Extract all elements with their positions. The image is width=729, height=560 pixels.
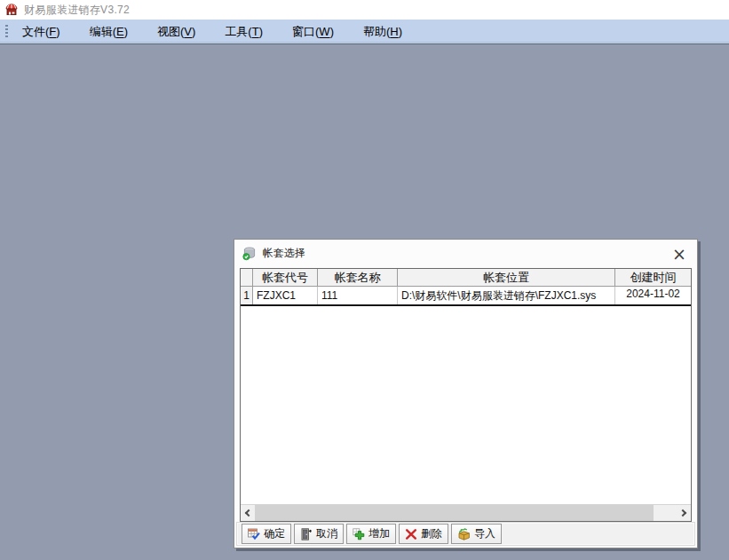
app-shop-icon [4, 3, 19, 17]
toolbar-grip-handle[interactable] [5, 25, 8, 38]
import-button[interactable]: 导入 [451, 524, 502, 544]
green-plus-icon [353, 528, 365, 540]
menu-tools[interactable]: 工具(T) [216, 21, 272, 43]
horizontal-scrollbar [241, 504, 691, 521]
delete-button-label: 删除 [421, 526, 442, 541]
column-header-created[interactable]: 创建时间 [615, 269, 691, 287]
scroll-right-button[interactable] [677, 505, 691, 521]
ok-button-label: 确定 [264, 526, 285, 541]
grid-check-icon [248, 528, 260, 540]
add-button-label: 增加 [368, 526, 390, 541]
menu-view[interactable]: 视图(V) [148, 21, 204, 43]
menu-help[interactable]: 帮助(H) [354, 21, 411, 43]
menu-window[interactable]: 窗口(W) [283, 21, 343, 43]
column-header-selector[interactable] [241, 269, 253, 287]
table-header-row: 帐套代号 帐套名称 帐套位置 创建时间 [241, 269, 691, 287]
scroll-left-button[interactable] [241, 505, 255, 521]
dialog-titlebar: 帐套选择 × [234, 240, 697, 267]
row-number-cell: 1 [241, 287, 253, 304]
row-code-cell: FZJXC1 [253, 287, 318, 304]
package-import-icon [457, 528, 471, 540]
account-set-dialog: 帐套选择 × 帐套代号 帐套名称 帐套位置 创建时间 1 FZJXC1 111 … [234, 239, 698, 548]
delete-button[interactable]: 删除 [399, 524, 448, 544]
chevron-right-icon [679, 509, 686, 517]
column-header-code[interactable]: 帐套代号 [253, 269, 318, 287]
row-name-cell: 111 [318, 287, 398, 304]
account-set-table: 帐套代号 帐套名称 帐套位置 创建时间 1 FZJXC1 111 D:\财易软件… [240, 268, 692, 522]
app-title: 财易服装进销存V3.72 [24, 3, 130, 18]
ok-button[interactable]: 确定 [242, 524, 291, 544]
app-titlebar: 财易服装进销存V3.72 [0, 0, 729, 20]
scrollbar-thumb[interactable] [255, 505, 654, 521]
cancel-button-label: 取消 [316, 526, 337, 541]
app-window: 财易服装进销存V3.72 文件(F) 编辑(E) 视图(V) 工具(T) 窗口(… [0, 0, 729, 560]
dialog-title: 帐套选择 [263, 246, 305, 261]
add-button[interactable]: 增加 [346, 524, 396, 544]
menubar: 文件(F) 编辑(E) 视图(V) 工具(T) 窗口(W) 帮助(H) [0, 20, 729, 44]
red-x-icon [405, 528, 417, 540]
column-header-name[interactable]: 帐套名称 [318, 269, 398, 287]
exit-door-icon [300, 528, 313, 540]
cancel-button[interactable]: 取消 [294, 524, 344, 544]
close-icon[interactable]: × [672, 247, 686, 261]
scrollbar-track[interactable] [255, 505, 677, 521]
column-header-location[interactable]: 帐套位置 [398, 269, 615, 287]
import-button-label: 导入 [474, 526, 495, 541]
database-check-icon [242, 247, 257, 261]
chevron-left-icon [245, 509, 252, 517]
menu-edit[interactable]: 编辑(E) [81, 21, 137, 43]
menu-file[interactable]: 文件(F) [13, 21, 69, 43]
row-created-cell: 2024-11-02 [615, 287, 691, 304]
row-path-cell: D:\财易软件\财易服装进销存\FZJXC1.sys [398, 287, 615, 304]
dialog-button-panel: 确定 取消 [236, 522, 695, 546]
table-row[interactable]: 1 FZJXC1 111 D:\财易软件\财易服装进销存\FZJXC1.sys … [241, 287, 691, 306]
